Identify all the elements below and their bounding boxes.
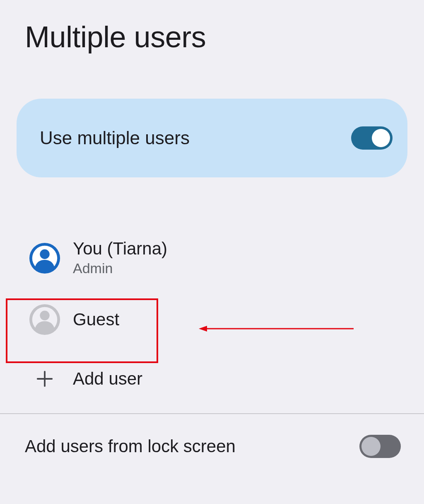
add-users-lock-screen-row[interactable]: Add users from lock screen — [0, 414, 424, 458]
current-user-row[interactable]: You (Tiarna) Admin — [0, 231, 424, 285]
add-user-row[interactable]: Add user — [0, 354, 424, 404]
add-users-lock-screen-label: Add users from lock screen — [25, 436, 236, 456]
user-list: You (Tiarna) Admin Guest — [0, 231, 424, 404]
guest-avatar-icon — [28, 303, 61, 336]
use-multiple-users-card[interactable]: Use multiple users — [17, 99, 407, 177]
guest-user-row[interactable]: Guest — [0, 285, 424, 354]
svg-point-2 — [40, 249, 49, 259]
use-multiple-users-toggle[interactable] — [351, 126, 393, 150]
add-users-lock-screen-toggle[interactable] — [359, 435, 401, 458]
page-title: Multiple users — [0, 0, 424, 54]
current-user-subtitle: Admin — [73, 260, 167, 276]
toggle-thumb-icon — [361, 437, 381, 456]
plus-icon — [28, 362, 61, 395]
svg-point-5 — [40, 311, 49, 320]
user-avatar-icon — [28, 242, 61, 275]
use-multiple-users-label: Use multiple users — [40, 128, 190, 148]
add-user-label: Add user — [73, 370, 142, 388]
settings-screen: Multiple users Use multiple users You (T… — [0, 0, 424, 504]
toggle-thumb-icon — [372, 129, 390, 147]
current-user-name: You (Tiarna) — [73, 240, 167, 258]
guest-user-name: Guest — [73, 310, 119, 329]
